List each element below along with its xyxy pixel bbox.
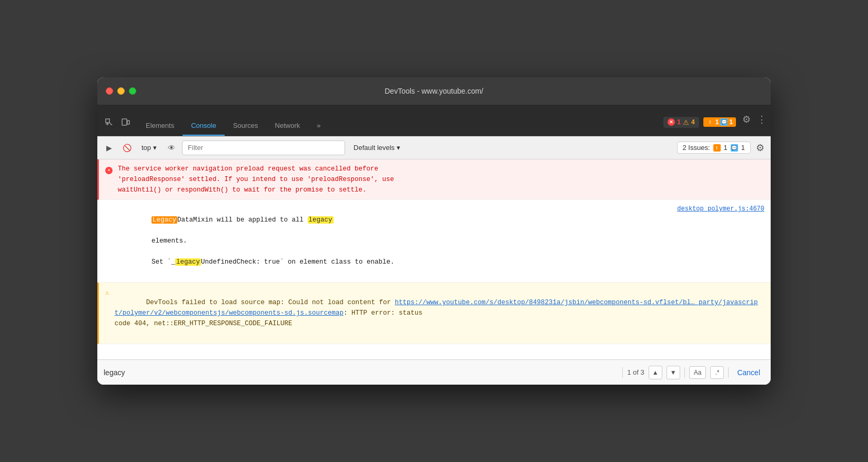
highlight-legacy-yellow-1: legacy bbox=[308, 216, 334, 224]
context-dropdown[interactable]: top ▾ bbox=[137, 142, 161, 154]
context-label: top bbox=[142, 144, 151, 152]
console-warning-row: ⚠ DevTools failed to load source map: Co… bbox=[97, 283, 771, 344]
error-icon: ✕ bbox=[668, 118, 675, 126]
issues-label-text: 2 Issues: bbox=[683, 144, 710, 152]
console-settings-icon[interactable]: ⚙ bbox=[754, 142, 766, 154]
dropdown-arrow-icon: ▾ bbox=[153, 144, 157, 152]
tab-more[interactable]: » bbox=[308, 117, 329, 136]
error-message-text: The service worker navigation preload re… bbox=[118, 164, 764, 195]
svg-rect-0 bbox=[106, 119, 109, 123]
search-bar: 1 of 3 ▲ ▼ Aa .* Cancel bbox=[97, 359, 771, 385]
console-output: ✕ The service worker navigation preload … bbox=[97, 159, 771, 359]
traffic-lights bbox=[106, 87, 136, 95]
settings-icon[interactable]: ⚙ bbox=[740, 114, 753, 130]
log-message-content: LegacyDataMixin will be applied to all l… bbox=[120, 204, 673, 278]
highlight-legacy-yellow-2: legacy bbox=[175, 258, 201, 266]
issues-info-icon: ! bbox=[713, 144, 721, 152]
warning-count: 4 bbox=[691, 118, 695, 126]
highlight-legacy-orange: Legacy bbox=[152, 216, 177, 224]
search-next-button[interactable]: ▼ bbox=[667, 366, 680, 379]
fullscreen-button[interactable] bbox=[129, 87, 136, 95]
issues-counter[interactable]: 2 Issues: ! 1 💬 1 bbox=[677, 142, 751, 154]
issues-chat-icon: 💬 bbox=[731, 144, 738, 152]
close-button[interactable] bbox=[106, 87, 113, 95]
search-prev-button[interactable]: ▲ bbox=[649, 366, 662, 379]
svg-rect-3 bbox=[122, 119, 127, 125]
more-options-icon[interactable]: ⋮ bbox=[757, 114, 766, 130]
error-warning-badge[interactable]: ✕ 1 ⚠ 4 bbox=[663, 117, 699, 128]
tab-console[interactable]: Console bbox=[183, 117, 225, 136]
window-title: DevTools - www.youtube.com/ bbox=[385, 87, 483, 95]
issues-badge[interactable]: ! 1 💬 1 bbox=[703, 117, 736, 127]
log-source-link[interactable]: desktop_polymer.js:4670 bbox=[677, 204, 764, 214]
error-row-icon: ✕ bbox=[105, 165, 113, 175]
match-case-button[interactable]: Aa bbox=[689, 366, 706, 379]
regex-button[interactable]: .* bbox=[710, 366, 724, 379]
minimize-button[interactable] bbox=[117, 87, 125, 95]
filter-input[interactable] bbox=[182, 140, 345, 155]
clear-console-icon[interactable]: 🚫 bbox=[119, 140, 134, 155]
levels-arrow-icon: ▾ bbox=[397, 144, 400, 152]
search-divider-2 bbox=[684, 367, 685, 378]
warning-message-content: DevTools failed to load source map: Coul… bbox=[115, 287, 764, 339]
tab-elements[interactable]: Elements bbox=[137, 117, 183, 136]
info-icon: ! bbox=[706, 118, 714, 126]
error-circle-icon: ✕ bbox=[105, 167, 113, 174]
console-log-row: LegacyDataMixin will be applied to all l… bbox=[97, 200, 771, 283]
eye-icon[interactable]: 👁 bbox=[164, 140, 179, 155]
console-error-row: ✕ The service worker navigation preload … bbox=[97, 159, 771, 200]
issues-chat-count: 1 bbox=[741, 144, 745, 152]
log-text-middle1: DataMixin will be applied to all bbox=[177, 216, 308, 224]
console-toolbar: ▶ 🚫 top ▾ 👁 Default levels ▾ 2 Issues: !… bbox=[97, 136, 771, 159]
tab-network[interactable]: Network bbox=[267, 117, 309, 136]
inspect-element-icon[interactable] bbox=[102, 115, 116, 129]
default-levels-dropdown[interactable]: Default levels ▾ bbox=[348, 142, 406, 154]
log-text-elements: elements. bbox=[152, 237, 187, 245]
warning-text-before: DevTools failed to load source map: Coul… bbox=[146, 299, 395, 306]
tab-sources[interactable]: Sources bbox=[225, 117, 267, 136]
issues-info-count: 1 bbox=[724, 144, 728, 152]
log-text-set: Set `_ bbox=[152, 258, 175, 266]
warning-row-icon: ⚠ bbox=[105, 288, 109, 299]
device-toolbar-icon[interactable] bbox=[118, 115, 133, 129]
warning-icon: ⚠ bbox=[683, 118, 689, 126]
title-bar: DevTools - www.youtube.com/ bbox=[97, 77, 771, 105]
search-divider bbox=[622, 367, 623, 378]
tabs-right-section: ✕ 1 ⚠ 4 ! 1 💬 1 ⚙ ⋮ bbox=[663, 114, 766, 136]
devtools-window: DevTools - www.youtube.com/ Elements bbox=[97, 77, 771, 385]
search-input[interactable] bbox=[104, 368, 618, 377]
cancel-button[interactable]: Cancel bbox=[733, 366, 764, 379]
error-count: 1 bbox=[677, 118, 681, 126]
search-divider-3 bbox=[728, 367, 729, 378]
search-count: 1 of 3 bbox=[627, 368, 644, 376]
devtools-icons bbox=[102, 115, 137, 136]
log-text-end: UndefinedCheck: true` on element class t… bbox=[201, 258, 395, 266]
svg-rect-4 bbox=[127, 120, 129, 124]
default-levels-label: Default levels bbox=[354, 144, 395, 152]
chat-icon: 💬 bbox=[720, 118, 728, 126]
devtools-tab-bar: Elements Console Sources Network » ✕ 1 ⚠… bbox=[97, 105, 771, 136]
warning-triangle-icon: ⚠ bbox=[105, 289, 109, 297]
execute-icon[interactable]: ▶ bbox=[102, 140, 116, 155]
